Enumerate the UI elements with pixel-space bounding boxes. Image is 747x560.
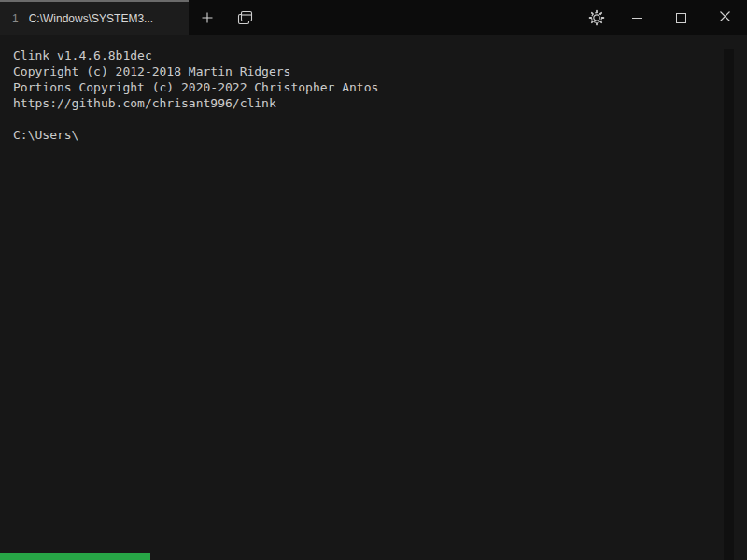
tab-title: C:\Windows\SYSTEM3... (29, 12, 179, 25)
gear-icon (588, 9, 605, 26)
plus-icon (201, 11, 214, 24)
close-icon (719, 10, 731, 25)
terminal-line-version: Clink v1.4.6.8b1dec (13, 48, 747, 63)
duplicate-window-button[interactable] (226, 0, 263, 35)
terminal-output-area[interactable]: Clink v1.4.6.8b1dec Copyright (c) 2012-2… (0, 35, 747, 560)
minimize-icon (632, 18, 642, 19)
terminal-prompt[interactable]: C:\Users\ (13, 127, 747, 143)
terminal-tab[interactable]: 1 C:\Windows\SYSTEM3... (0, 0, 189, 35)
title-bar: 1 C:\Windows\SYSTEM3... (0, 0, 747, 35)
tab-index: 1 (12, 12, 19, 25)
maximize-button[interactable] (659, 0, 703, 35)
close-button[interactable] (703, 0, 747, 35)
settings-button[interactable] (578, 0, 615, 35)
recording-progress-bar (0, 553, 150, 560)
overlapping-windows-icon (236, 9, 254, 27)
titlebar-drag-region (263, 0, 578, 35)
terminal-line-url: https://github.com/chrisant996/clink (13, 95, 747, 111)
minimize-button[interactable] (615, 0, 659, 35)
terminal-line-portions: Portions Copyright (c) 2020-2022 Christo… (13, 79, 747, 95)
maximize-icon (676, 13, 686, 23)
terminal-line-copyright: Copyright (c) 2012-2018 Martin Ridgers (13, 63, 747, 79)
terminal-scrollbar[interactable] (724, 49, 734, 560)
new-tab-button[interactable] (189, 0, 226, 35)
terminal-line-blank (13, 111, 747, 127)
